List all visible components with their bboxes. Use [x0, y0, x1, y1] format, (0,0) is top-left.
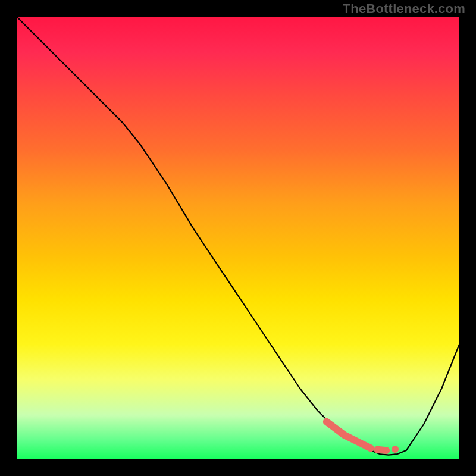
highlight-segment-dash	[377, 450, 386, 451]
watermark-text: TheBottleneck.com	[343, 1, 465, 17]
chart-frame: TheBottleneck.com	[0, 0, 476, 476]
bottleneck-curve	[17, 17, 459, 455]
highlight-dot	[392, 446, 399, 453]
highlight-segment-main	[327, 422, 371, 449]
chart-svg	[17, 17, 459, 459]
plot-area	[17, 17, 459, 459]
